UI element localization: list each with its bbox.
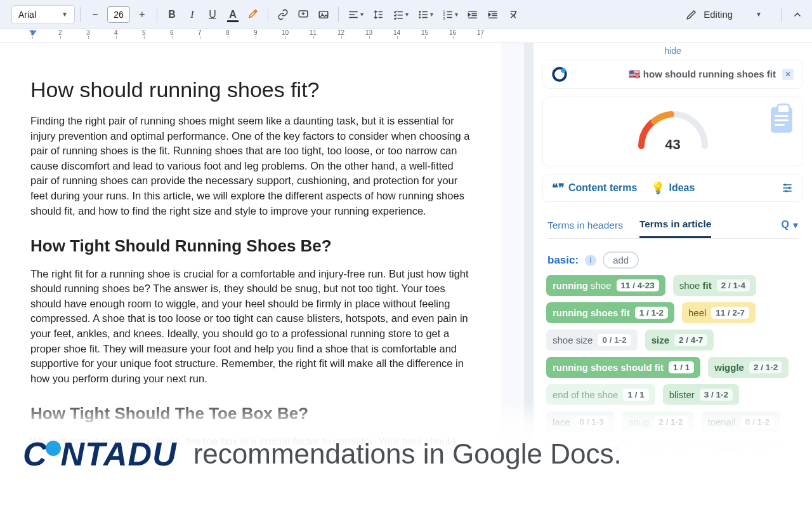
align-icon <box>348 9 359 20</box>
term-count-badge: 1 / 1 <box>623 389 648 401</box>
term-tag[interactable]: running shoes fit1 / 1-2 <box>546 302 674 323</box>
svg-point-13 <box>785 190 787 192</box>
term-tools: Q ▾ <box>782 219 798 231</box>
clear-formatting-button[interactable] <box>504 5 523 24</box>
clipboard-icon[interactable] <box>771 107 792 133</box>
term-tag[interactable]: heel11 / 2-7 <box>682 302 756 323</box>
font-size-input[interactable]: 26 <box>107 6 130 23</box>
align-button[interactable]: ▾ <box>344 5 367 24</box>
term-label: wiggle <box>714 362 744 373</box>
numbered-list-icon: 123 <box>442 9 454 20</box>
term-label: size <box>652 335 669 345</box>
ideas-label: Ideas <box>669 182 695 194</box>
body-paragraph[interactable]: Finding the right pair of running shoes … <box>30 114 471 218</box>
increase-font-size-button[interactable]: + <box>133 5 152 24</box>
gdocs-toolbar: Arial ▼ − 26 + B I U A ▾ ▾ ▾ 123▾ Editin… <box>0 0 812 29</box>
term-tag[interactable]: running shoe11 / 4-23 <box>546 275 665 296</box>
ruler-tick: 11 <box>310 29 317 36</box>
filter-terms-button[interactable]: ▾ <box>793 219 798 231</box>
svg-point-12 <box>789 187 790 189</box>
bulleted-list-button[interactable]: ▾ <box>414 5 437 24</box>
add-term-button[interactable]: add <box>603 251 639 269</box>
term-tag[interactable]: shoe fit2 / 1-4 <box>673 275 756 296</box>
page-heading-1[interactable]: How should running shoes fit? <box>30 77 471 102</box>
separator <box>157 7 157 22</box>
settings-button[interactable] <box>781 182 794 194</box>
outdent-icon <box>467 9 478 20</box>
ruler-tick: 14 <box>393 29 400 36</box>
ruler-tick: 2 <box>58 29 62 36</box>
terms-in-headers-tab[interactable]: Terms in headers <box>547 213 623 237</box>
clear-keyword-button[interactable]: ✕ <box>782 69 794 80</box>
term-label: running shoes should fit <box>553 362 664 373</box>
keyword-box: 🇺🇸 how should running shoes fit ✕ <box>542 60 803 89</box>
page-heading-2[interactable]: How Tight Should Running Shoes Be? <box>30 236 471 256</box>
term-tag[interactable]: size2 / 4-7 <box>645 330 714 351</box>
term-tag[interactable]: running shoes should fit1 / 1 <box>546 357 700 378</box>
highlighter-icon <box>247 9 259 20</box>
ruler-tick: 13 <box>365 29 372 36</box>
decrease-indent-button[interactable] <box>463 5 482 24</box>
term-count-badge: 3 / 1-2 <box>700 389 733 401</box>
font-family-select[interactable]: Arial ▼ <box>11 5 75 24</box>
decrease-font-size-button[interactable]: − <box>86 5 105 24</box>
promo-tagline: recommendations in Google Docs. <box>193 438 622 470</box>
contadu-logo-icon <box>552 67 567 82</box>
bullet-list-icon <box>417 9 429 20</box>
horizontal-ruler[interactable]: 1234567891011121314151617 <box>0 29 812 43</box>
term-label: heel <box>688 307 706 318</box>
section-basic-header: basic: i add <box>547 251 798 269</box>
text-color-button[interactable]: A <box>223 5 242 24</box>
highlight-color-button[interactable] <box>244 5 263 24</box>
hide-sidebar-button[interactable]: hide <box>664 43 681 60</box>
ruler-tick: 3 <box>86 29 90 36</box>
ruler-tick: 9 <box>254 29 258 36</box>
line-spacing-button[interactable] <box>369 5 388 24</box>
sliders-icon <box>781 182 794 194</box>
content-terms-tab[interactable]: ❝❞ Content terms <box>552 181 637 195</box>
svg-point-10 <box>561 68 566 73</box>
bold-button[interactable]: B <box>162 5 181 24</box>
content-terms-label: Content terms <box>568 182 637 194</box>
info-icon[interactable]: i <box>585 255 596 266</box>
body-paragraph[interactable]: The right fit for a running shoe is cruc… <box>30 267 471 387</box>
checklist-icon <box>393 9 404 20</box>
term-label: end of the shoe <box>553 389 618 400</box>
italic-button[interactable]: I <box>183 5 202 24</box>
add-comment-button[interactable] <box>294 5 313 24</box>
ruler-tick: 5 <box>142 29 146 36</box>
checklist-button[interactable]: ▾ <box>389 5 412 24</box>
section-basic-label: basic: <box>547 254 579 267</box>
term-count-badge: 11 / 4-23 <box>617 279 659 291</box>
term-tag[interactable]: shoe size0 / 1-2 <box>546 330 638 351</box>
separator <box>268 7 268 22</box>
insert-link-button[interactable] <box>273 5 292 24</box>
increase-indent-button[interactable] <box>483 5 502 24</box>
underline-button[interactable]: U <box>203 5 222 24</box>
lightbulb-icon: 💡 <box>651 181 665 195</box>
separator <box>781 7 782 22</box>
terms-subtabs: Terms in headers Terms in article Q ▾ <box>547 212 798 239</box>
ruler-tick: 6 <box>170 29 174 36</box>
editing-mode-select[interactable]: Editing ▼ <box>676 3 776 26</box>
search-terms-button[interactable]: Q <box>782 219 789 231</box>
ruler-tick: 10 <box>282 29 289 36</box>
ruler-tick: 1 <box>30 29 34 36</box>
term-count-badge: 0 / 1-2 <box>598 334 631 346</box>
svg-point-11 <box>784 184 786 185</box>
ideas-tab[interactable]: 💡 Ideas <box>651 181 695 195</box>
numbered-list-button[interactable]: 123▾ <box>438 5 462 24</box>
term-count-badge: 2 / 1-4 <box>717 279 750 291</box>
insert-image-button[interactable] <box>314 5 333 24</box>
term-label: running shoe <box>553 280 612 291</box>
contadu-wordmark: CNTADU <box>23 435 177 473</box>
term-count-badge: 11 / 2-7 <box>711 307 749 319</box>
collapse-toolbar-button[interactable] <box>787 4 808 25</box>
terms-in-article-tab[interactable]: Terms in article <box>639 212 711 238</box>
term-tag[interactable]: wiggle2 / 1-2 <box>708 357 789 378</box>
pencil-icon <box>686 9 697 20</box>
keyword-text: 🇺🇸 how should running shoes fit <box>573 69 776 80</box>
term-label: running shoes fit <box>553 307 630 318</box>
image-icon <box>318 9 329 20</box>
ruler-tick: 7 <box>198 29 202 36</box>
